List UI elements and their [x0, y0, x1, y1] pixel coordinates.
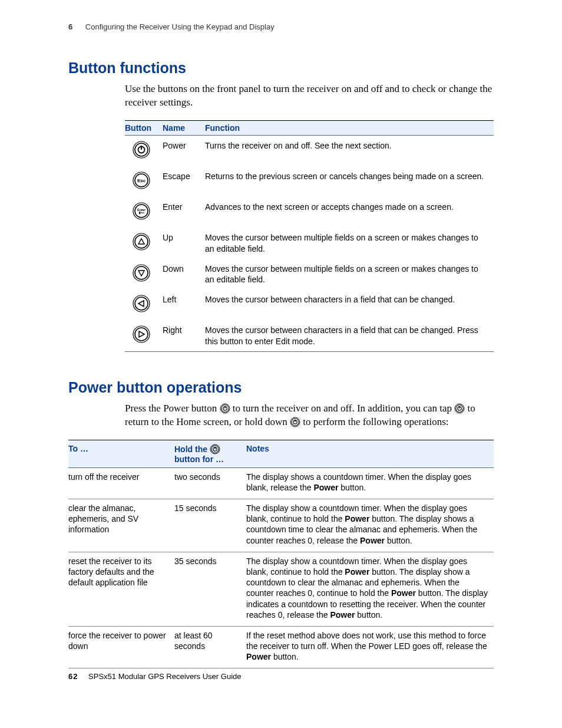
table-row: DownMoves the cursor between multiple fi…: [125, 259, 494, 289]
op-notes: The display show a countdown timer. When…: [246, 552, 494, 626]
col-button: Button: [125, 120, 163, 135]
button-name: Right: [163, 320, 205, 351]
up-icon: [132, 232, 151, 251]
op-notes: The display shows a countdown timer. Whe…: [246, 467, 494, 499]
button-name: Down: [163, 259, 205, 289]
table-row: clear the almanac, ephemeris, and SV inf…: [68, 499, 494, 552]
left-icon: [132, 294, 151, 313]
button-name: Up: [163, 228, 205, 258]
button-function: Turns the receiver on and off. See the n…: [205, 135, 494, 166]
section-heading-button-functions: Button functions: [68, 60, 494, 77]
op-hold: at least 60 seconds: [174, 626, 246, 668]
power-icon: [454, 403, 465, 414]
section2-intro: Press the Power button to turn the recei…: [125, 402, 494, 429]
down-button-icon-cell: [125, 259, 163, 289]
col-name: Name: [163, 120, 205, 135]
table-row: reset the receiver to its factory defaul…: [68, 552, 494, 626]
button-function: Moves the cursor between characters in a…: [205, 320, 494, 351]
up-button-icon-cell: [125, 228, 163, 258]
col-notes: Notes: [246, 440, 494, 467]
right-icon: [132, 325, 151, 344]
section-heading-power-ops: Power button operations: [68, 379, 494, 396]
right-button-icon-cell: [125, 320, 163, 351]
button-function: Moves the cursor between characters in a…: [205, 289, 494, 320]
power-icon: [132, 140, 151, 159]
table-row: EnterAdvances to the next screen or acce…: [125, 197, 494, 228]
power-button-icon-cell: [125, 135, 163, 166]
op-notes: If the reset method above does not work,…: [246, 626, 494, 668]
button-function: Moves the cursor between multiple fields…: [205, 228, 494, 258]
button-name: Enter: [163, 197, 205, 228]
power-icon: [220, 403, 230, 414]
power-icon: [210, 444, 220, 454]
page-footer: 62 SPSx51 Modular GPS Receivers User Gui…: [68, 672, 241, 681]
table-row: EscapeReturns to the previous screen or …: [125, 166, 494, 197]
enter-icon: [132, 202, 151, 220]
left-button-icon-cell: [125, 289, 163, 320]
op-to: clear the almanac, ephemeris, and SV inf…: [68, 499, 174, 552]
down-icon: [132, 263, 151, 282]
running-header: 6 Configuring the Receiver Using the Key…: [68, 22, 494, 31]
op-hold: two seconds: [174, 467, 246, 499]
section1-intro: Use the buttons on the front panel to tu…: [125, 83, 494, 110]
op-to: reset the receiver to its factory defaul…: [68, 552, 174, 626]
enter-button-icon-cell: [125, 197, 163, 228]
table-row: RightMoves the cursor between characters…: [125, 320, 494, 351]
table-row: UpMoves the cursor between multiple fiel…: [125, 228, 494, 258]
op-notes: The display show a countdown timer. When…: [246, 499, 494, 552]
esc-button-icon-cell: [125, 166, 163, 197]
button-name: Escape: [163, 166, 205, 197]
chapter-title: Configuring the Receiver Using the Keypa…: [85, 22, 275, 31]
button-function: Moves the cursor between multiple fields…: [205, 259, 494, 289]
col-func: Function: [205, 120, 494, 135]
col-to: To …: [68, 440, 174, 467]
page-number: 62: [68, 672, 78, 681]
chapter-number: 6: [68, 22, 72, 31]
table-row: force the receiver to power downat least…: [68, 626, 494, 668]
table-row: LeftMoves the cursor between characters …: [125, 289, 494, 320]
table-row: PowerTurns the receiver on and off. See …: [125, 135, 494, 166]
table-row: turn off the receivertwo secondsThe disp…: [68, 467, 494, 499]
op-hold: 35 seconds: [174, 552, 246, 626]
button-functions-table: Button Name Function PowerTurns the rece…: [125, 120, 494, 352]
doc-title: SPSx51 Modular GPS Receivers User Guide: [88, 672, 241, 681]
button-function: Advances to the next screen or accepts c…: [205, 197, 494, 228]
op-to: force the receiver to power down: [68, 626, 174, 668]
button-function: Returns to the previous screen or cancel…: [205, 166, 494, 197]
col-hold: Hold the button for …: [174, 440, 246, 467]
op-to: turn off the receiver: [68, 467, 174, 499]
power-icon: [290, 417, 300, 427]
power-ops-table: To … Hold the button for … Notes turn of…: [68, 440, 494, 669]
op-hold: 15 seconds: [174, 499, 246, 552]
button-name: Left: [163, 289, 205, 320]
button-name: Power: [163, 135, 205, 166]
esc-icon: [132, 171, 151, 190]
